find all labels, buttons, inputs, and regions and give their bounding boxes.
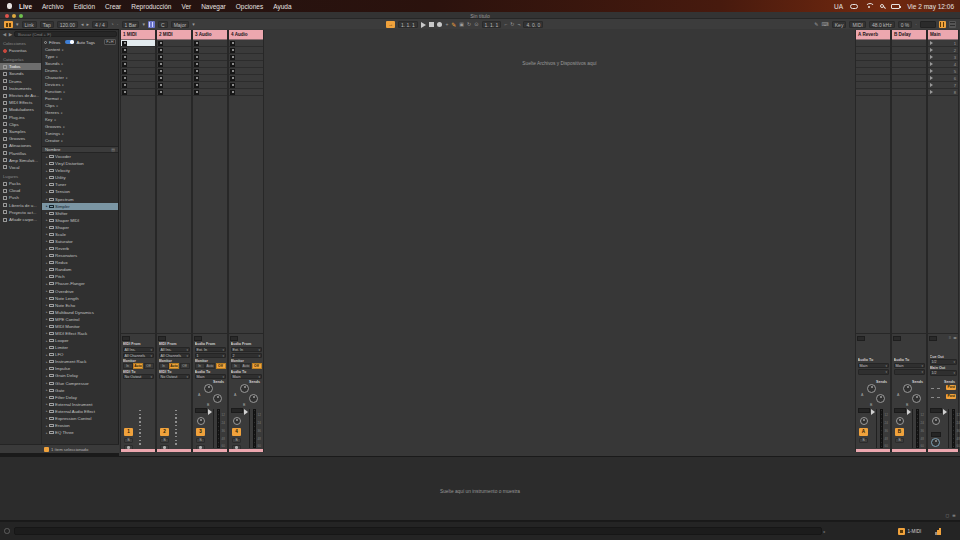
device-item-note-length[interactable]: ▸Note Length bbox=[42, 295, 118, 302]
clip-slot[interactable] bbox=[229, 40, 263, 47]
monitor-option-auto[interactable]: Auto bbox=[133, 363, 143, 369]
browser-forward-icon[interactable]: ▶ bbox=[8, 32, 13, 37]
clip-stop-button[interactable] bbox=[158, 55, 163, 60]
pan-knob[interactable] bbox=[896, 417, 904, 425]
solo-button[interactable]: S bbox=[196, 438, 205, 444]
input-type-dropdown[interactable]: All Ins. bbox=[123, 347, 154, 353]
device-item-shaper[interactable]: ▸Shaper bbox=[42, 224, 118, 231]
sidebar-item-proyecto-act[interactable]: Proyecto act... bbox=[0, 209, 41, 216]
loop-switch-icon[interactable]: ↻ bbox=[510, 21, 514, 28]
scene-slot[interactable]: 6 bbox=[928, 75, 958, 82]
clip-slot[interactable] bbox=[157, 54, 191, 61]
clip-stop-button[interactable] bbox=[122, 41, 127, 46]
output-channel-dropdown[interactable] bbox=[858, 369, 889, 375]
device-item-pitch[interactable]: ▸Pitch bbox=[42, 273, 118, 280]
sidebar-item-todos[interactable]: Todos bbox=[0, 63, 41, 70]
clip-slot[interactable] bbox=[157, 47, 191, 54]
clip-slot[interactable] bbox=[892, 82, 926, 89]
clip-slot[interactable] bbox=[856, 54, 890, 61]
device-item-limiter[interactable]: ▸Limiter bbox=[42, 344, 118, 351]
computer-midi-keyboard-icon[interactable]: ⌨ bbox=[822, 21, 829, 28]
device-item-simpler[interactable]: ▸Simpler bbox=[42, 203, 118, 210]
clip-stop-button[interactable] bbox=[194, 55, 199, 60]
track-header[interactable]: A Reverb bbox=[856, 30, 890, 40]
device-item-phaser-flanger[interactable]: ▸Phaser-Flanger bbox=[42, 280, 118, 287]
monitor-switch[interactable]: InAutoOff bbox=[159, 363, 190, 369]
clip-slot[interactable] bbox=[229, 82, 263, 89]
clip-stop-button[interactable] bbox=[230, 90, 235, 95]
loop-length-field[interactable]: 4. 0. 0 bbox=[523, 21, 543, 28]
monitor-option-auto[interactable]: Auto bbox=[169, 363, 179, 369]
clip-slot[interactable] bbox=[157, 75, 191, 82]
monitor-option-off[interactable]: Off bbox=[180, 363, 190, 369]
clip-slot[interactable] bbox=[121, 40, 155, 47]
overdub-plus-icon[interactable]: + bbox=[445, 21, 448, 28]
clip-stop-button[interactable] bbox=[230, 62, 235, 67]
track-header[interactable]: 4 Audio bbox=[229, 30, 263, 40]
device-item-lfo[interactable]: ▸LFO bbox=[42, 351, 118, 358]
filter-group-key[interactable]: Key▸ bbox=[42, 116, 118, 123]
clip-stop-button[interactable] bbox=[194, 76, 199, 81]
sidebar-item-cloud[interactable]: Cloud bbox=[0, 187, 41, 194]
send-a-knob[interactable] bbox=[240, 384, 249, 393]
clip-stop-button[interactable] bbox=[194, 48, 199, 53]
device-view[interactable]: Suelte aquí un instrumento o muestra ◻ ≣ bbox=[0, 456, 960, 521]
clip-slot[interactable] bbox=[193, 47, 227, 54]
filter-group-devices[interactable]: Devices▸ bbox=[42, 81, 118, 88]
volume-fader-handle[interactable] bbox=[871, 409, 875, 415]
filter-group-grooves[interactable]: Grooves▸ bbox=[42, 123, 118, 130]
chevron-down-icon[interactable]: ▾ bbox=[192, 21, 195, 28]
device-item-eq-three[interactable]: ▸EQ Three bbox=[42, 429, 118, 436]
scene-launch-icon[interactable] bbox=[930, 90, 933, 94]
filters-toggle[interactable]: Filtros bbox=[49, 40, 60, 45]
clip-slot[interactable] bbox=[856, 47, 890, 54]
tempo-field[interactable]: 120.00 bbox=[57, 21, 78, 28]
device-item-scale[interactable]: ▸Scale bbox=[42, 231, 118, 238]
menu-archivo[interactable]: Archivo bbox=[42, 3, 64, 10]
clip-stop-button[interactable] bbox=[158, 69, 163, 74]
device-item-mpe-control[interactable]: ▸MPE Control bbox=[42, 316, 118, 323]
scene-slot[interactable]: 8 bbox=[928, 89, 958, 96]
clip-view-toggle-icon[interactable]: ◻ bbox=[945, 513, 949, 518]
filter-group-tunings[interactable]: Tunings▸ bbox=[42, 130, 118, 137]
clip-slot[interactable] bbox=[193, 68, 227, 75]
clip-stop-button[interactable] bbox=[122, 69, 127, 74]
track-activator-button[interactable]: 1 bbox=[124, 428, 133, 436]
scene-launch-icon[interactable] bbox=[930, 83, 933, 87]
session-view-toggle-icon[interactable] bbox=[939, 21, 946, 28]
device-item-grain-delay[interactable]: ▸Grain Delay bbox=[42, 372, 118, 379]
scene-launch-icon[interactable] bbox=[930, 69, 933, 73]
pan-knob[interactable] bbox=[233, 417, 241, 425]
clip-slot[interactable] bbox=[193, 40, 227, 47]
menu-edici-n[interactable]: Edición bbox=[74, 3, 95, 10]
clip-slot[interactable] bbox=[856, 75, 890, 82]
punch-in-icon[interactable]: ⌐ bbox=[504, 21, 507, 28]
device-item-external-instrument[interactable]: ▸External Instrument bbox=[42, 401, 118, 408]
clip-slot[interactable] bbox=[856, 61, 890, 68]
arrangement-view-toggle-icon[interactable] bbox=[949, 21, 956, 28]
input-channel-dropdown[interactable]: 1 bbox=[195, 353, 226, 359]
volume-fader-handle[interactable] bbox=[907, 409, 911, 415]
return-activator-button[interactable]: A bbox=[859, 428, 868, 436]
send-b-post-toggle[interactable]: Post bbox=[946, 394, 956, 399]
sidebar-item-instruments[interactable]: Instruments bbox=[0, 85, 41, 92]
monitor-option-off[interactable]: Off bbox=[144, 363, 154, 369]
sidebar-item-vocal[interactable]: Vocal bbox=[0, 164, 41, 171]
main-out-dropdown[interactable]: 1/2 bbox=[930, 370, 957, 376]
list-options-icon[interactable]: ▤ bbox=[111, 147, 115, 152]
browser-back-icon[interactable]: ◀ bbox=[2, 32, 7, 37]
device-item-resonators[interactable]: ▸Resonators bbox=[42, 252, 118, 259]
play-button[interactable] bbox=[421, 22, 426, 28]
wifi-icon[interactable] bbox=[865, 3, 873, 9]
clip-slot[interactable] bbox=[157, 61, 191, 68]
menu-opciones[interactable]: Opciones bbox=[236, 3, 263, 10]
arrangement-position-field[interactable]: 1. 1. 1 bbox=[398, 21, 418, 28]
clip-slot[interactable] bbox=[856, 68, 890, 75]
session-record-icon[interactable]: ✎ bbox=[451, 21, 456, 28]
sidebar-item-moduladores[interactable]: Moduladores bbox=[0, 106, 41, 113]
name-column-header[interactable]: Nombre ▤ bbox=[42, 146, 118, 153]
scale-mode-icon[interactable] bbox=[148, 21, 155, 28]
volume-display[interactable] bbox=[195, 408, 207, 413]
push-connect-icon[interactable] bbox=[4, 21, 13, 28]
device-item-velocity[interactable]: ▸Velocity bbox=[42, 167, 118, 174]
